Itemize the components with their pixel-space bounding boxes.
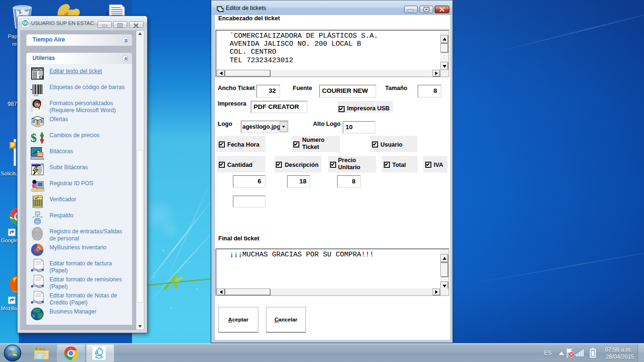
- svg-text:00 00: 00 00: [33, 94, 39, 97]
- svg-text:TGE: TGE: [33, 69, 37, 71]
- svg-text:$: $: [31, 131, 37, 145]
